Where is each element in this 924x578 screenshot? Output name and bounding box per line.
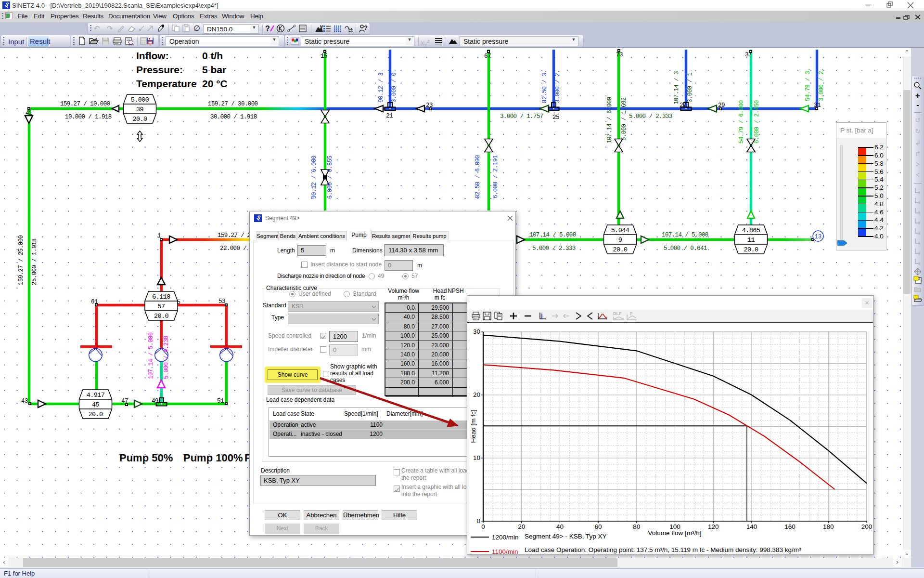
svg-text:DLF: DLF [613,311,622,316]
svg-text:0 t/h: 0 t/h [202,50,223,61]
svg-text:159.27 / 10.000: 159.27 / 10.000 [60,101,110,107]
svg-text:6.000 / 2.450: 6.000 / 2.450 [754,100,760,144]
svg-text:25: 25 [552,114,559,121]
svg-text:73: 73 [616,52,623,58]
svg-text:159.27 / 25.000: 159.27 / 25.000 [18,235,25,285]
svg-text:3.000 / 1.757: 3.000 / 1.757 [500,113,543,120]
svg-text:54.79 / 3.: 54.79 / 3. [805,68,811,101]
svg-text:20: 20 [518,523,525,530]
svg-text:Lc: Lc [348,28,353,33]
svg-text:200: 200 [861,523,873,530]
svg-text:20.0: 20.0 [613,246,628,253]
svg-text:45: 45 [92,401,100,408]
svg-text:107.14 / 6.000: 107.14 / 6.000 [606,97,613,144]
svg-text:31: 31 [814,102,821,109]
svg-text:43: 43 [21,398,28,405]
svg-text:5.000: 5.000 [131,96,149,104]
svg-text:Head [m fc]: Head [m fc] [470,409,477,443]
svg-text:4.917: 4.917 [87,392,105,399]
svg-text:9: 9 [618,236,622,244]
svg-text:90.12 / 3.: 90.12 / 3. [378,69,385,103]
svg-text:23: 23 [426,102,433,109]
svg-text:3.000 / 0.: 3.000 / 0. [391,69,398,103]
svg-text:0: 0 [481,523,485,530]
svg-text:15: 15 [321,53,327,60]
svg-text:0: 0 [476,517,480,525]
svg-text:3.000 / 2.: 3.000 / 2. [818,68,825,101]
svg-text:25.000 / 1.918: 25.000 / 1.918 [31,238,38,285]
svg-text:61: 61 [91,299,98,305]
svg-text:10: 10 [473,454,480,461]
svg-text:41: 41 [26,110,32,117]
svg-text:107.14 / 3: 107.14 / 3 [673,71,680,105]
svg-text:Load case Operation: Operating: Load case Operation: Operating point: 13… [525,546,801,553]
svg-text:40: 40 [556,523,564,530]
svg-text:20.0: 20.0 [88,411,103,418]
svg-text:20.0: 20.0 [154,313,169,320]
svg-text:21: 21 [386,113,393,119]
svg-text:107.14 / 5.000: 107.14 / 5.000 [529,232,576,238]
svg-text:?: ? [364,24,368,31]
svg-text:80: 80 [633,523,640,530]
svg-text:5.044: 5.044 [611,227,629,234]
svg-text:5: 5 [177,299,180,306]
svg-text:20 °C: 20 °C [202,78,228,89]
svg-text:27: 27 [680,102,686,109]
svg-text:47: 47 [121,398,128,405]
svg-text:180: 180 [823,523,834,530]
svg-text:30: 30 [473,328,480,335]
svg-text:6.000 / 0.855: 6.000 / 0.855 [327,156,334,199]
svg-text:20: 20 [473,391,480,398]
svg-text:5.000 / 2.333: 5.000 / 2.333 [629,113,672,120]
svg-text:82.50 / 6.000: 82.50 / 6.000 [475,155,481,198]
svg-text:5.000 / 0.641: 5.000 / 0.641 [664,245,707,252]
svg-text:57: 57 [157,303,165,310]
svg-text:6.000 / 2.191: 6.000 / 2.191 [492,155,499,198]
svg-text:20.0: 20.0 [132,116,147,123]
svg-text:67: 67 [484,53,491,60]
svg-text:11: 11 [747,236,755,244]
svg-text:51: 51 [217,398,224,405]
svg-text:53: 53 [218,298,225,305]
svg-text:54.79 / 6.000: 54.79 / 6.000 [738,100,745,144]
svg-text:5.000 / 2.333: 5.000 / 2.333 [532,245,576,252]
svg-text:90.12 / 6.000: 90.12 / 6.000 [311,156,318,199]
svg-text:F: F [630,311,633,316]
svg-text:60: 60 [595,523,602,530]
svg-text:1100/min: 1100/min [492,548,518,555]
svg-text:10.000 / 1.918: 10.000 / 1.918 [65,114,112,120]
svg-text:49: 49 [152,398,158,405]
svg-text:5.000 / 4.238: 5.000 / 4.238 [163,336,170,379]
svg-text:13: 13 [815,234,821,240]
svg-text:20.0: 20.0 [744,246,758,253]
svg-text:82.50 / 3.: 82.50 / 3. [541,70,548,103]
svg-text:Inflow:: Inflow: [136,50,169,61]
svg-text:4.865: 4.865 [742,227,760,234]
svg-text:3.000 / 2.: 3.000 / 2. [554,70,561,103]
svg-text:Pump 50%: Pump 50% [119,452,173,464]
svg-text:6.118: 6.118 [152,293,170,301]
svg-text:29: 29 [718,102,725,109]
svg-text:Volume flow [m³/h]: Volume flow [m³/h] [648,529,701,537]
svg-text:159.27 / 30.000: 159.27 / 30.000 [208,101,258,107]
svg-text:107.14 / 5.000: 107.14 / 5.000 [662,232,708,238]
svg-text:1200/min: 1200/min [492,534,519,541]
svg-text:Temperature: Temperature [136,78,197,89]
svg-text:120: 120 [708,523,719,530]
svg-text:160: 160 [784,523,796,530]
svg-text:3.000 / 1.: 3.000 / 1. [687,69,693,103]
svg-text:107.14 / 5.000: 107.14 / 5.000 [148,332,154,379]
svg-text:?: ? [265,25,270,33]
svg-text:30.000 / 1.918: 30.000 / 1.918 [210,114,257,120]
svg-text:37: 37 [745,52,752,58]
svg-text:Segment 49> - KSB, Typ XY: Segment 49> - KSB, Typ XY [525,533,606,540]
svg-text:Pressure:: Pressure: [136,64,183,75]
svg-text:1: 1 [157,233,161,239]
svg-text:140: 140 [746,523,757,530]
svg-text:6.000 / 1.692: 6.000 / 1.692 [621,97,628,141]
svg-text:Pump 100%: Pump 100% [183,452,243,464]
svg-text:39: 39 [136,106,144,113]
svg-text:5 bar: 5 bar [202,64,226,75]
